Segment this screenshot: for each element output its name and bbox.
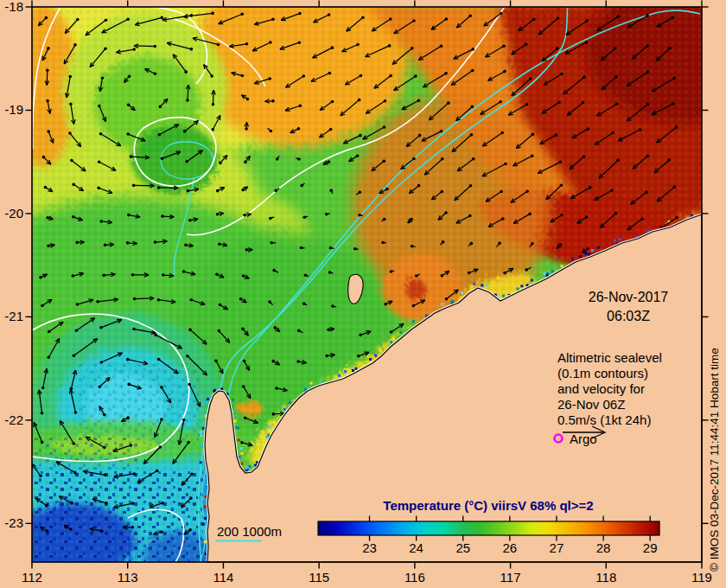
lat-tick-label: -21 — [4, 309, 23, 323]
map-time: 06:03Z — [607, 309, 650, 323]
lon-tick-label: 113 — [118, 570, 138, 585]
lat-tick-label: -22 — [4, 412, 23, 427]
sst-speckle-noise — [35, 471, 203, 565]
svg-text:(0.1m contours): (0.1m contours) — [557, 366, 648, 380]
map-date: 26-Nov-2017 — [589, 290, 669, 304]
svg-text:0.5m/s (1kt 24h): 0.5m/s (1kt 24h) — [557, 412, 651, 427]
lon-tick-label: 114 — [213, 570, 233, 585]
lat-tick-label: -20 — [4, 206, 23, 220]
colorbar-tick-label: 29 — [643, 540, 658, 555]
colorbar-tick-label: 27 — [550, 540, 564, 555]
svg-text:and velocity for: and velocity for — [557, 381, 645, 396]
sst-map-figure: 112113114115116117118119-18-19-20-21-22-… — [0, 0, 726, 588]
argo-label: Argo — [570, 431, 597, 446]
lon-tick-label: 118 — [595, 570, 616, 585]
imos-credit: © IMOS 03-Dec-2017 11:44:41 Hobart time — [708, 348, 721, 572]
lon-tick-label: 117 — [500, 570, 521, 585]
lat-tick-label: -19 — [4, 102, 23, 117]
colorbar-tick-label: 23 — [362, 540, 377, 555]
colorbar-tick-label: 24 — [409, 540, 424, 555]
colorbar-tick-label: 26 — [503, 540, 518, 555]
depth-contour-legend: 200 1000m — [215, 524, 282, 541]
depth-legend-label: 200 1000m — [217, 524, 282, 539]
lon-tick-label: 116 — [404, 570, 425, 585]
svg-text:26-Nov 06Z: 26-Nov 06Z — [557, 397, 625, 412]
lat-tick-label: -18 — [4, 0, 23, 14]
colorbar-tick-label: 28 — [596, 540, 611, 555]
svg-text:Altimetric sealevel: Altimetric sealevel — [557, 350, 662, 365]
colorbar-gradient — [318, 521, 659, 535]
colorbar-title: Temperature (°C) viirsV 68% ql>=2 — [383, 498, 593, 513]
lon-tick-label: 115 — [309, 570, 329, 585]
colorbar-tick-label: 25 — [455, 540, 470, 555]
lon-tick-label: 112 — [22, 570, 42, 585]
lat-tick-label: -23 — [4, 515, 23, 530]
sst-map: 112113114115116117118119-18-19-20-21-22-… — [0, 0, 726, 588]
